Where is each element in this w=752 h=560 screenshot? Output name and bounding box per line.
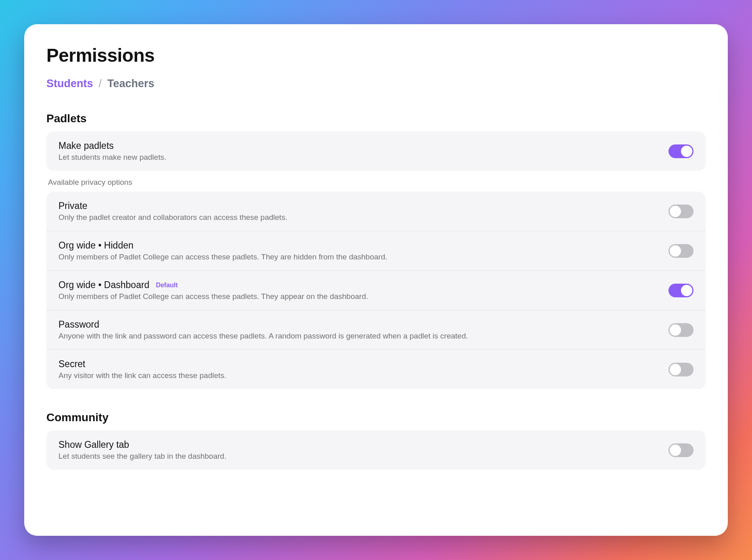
toggle-knob: [681, 146, 692, 157]
toggle-make-padlets[interactable]: [668, 144, 694, 158]
section-heading-community: Community: [46, 411, 706, 424]
privacy-row-org-dashboard: Org wide • Dashboard Default Only member…: [46, 271, 706, 310]
tab-separator: /: [99, 77, 102, 90]
privacy-row-org-hidden: Org wide • Hidden Only members of Padlet…: [46, 231, 706, 271]
option-title: Make padlets: [58, 140, 668, 151]
tabs: Students / Teachers: [46, 77, 706, 90]
toggle-secret[interactable]: [668, 363, 694, 376]
option-title: Private: [58, 201, 668, 211]
toggle-show-gallery[interactable]: [668, 443, 694, 457]
option-desc: Any visitor with the link can access the…: [58, 371, 668, 380]
option-title: Password: [58, 319, 668, 330]
tab-teachers[interactable]: Teachers: [107, 77, 155, 90]
option-desc: Only members of Padlet College can acces…: [58, 253, 668, 261]
settings-card: Permissions Students / Teachers Padlets …: [24, 24, 728, 536]
tab-students[interactable]: Students: [46, 77, 93, 90]
toggle-knob: [670, 364, 681, 375]
option-desc: Only the padlet creator and collaborator…: [58, 213, 668, 222]
privacy-row-password: Password Anyone with the link and passwo…: [46, 310, 706, 350]
toggle-org-hidden[interactable]: [668, 244, 694, 258]
option-desc: Anyone with the link and password can ac…: [58, 332, 668, 341]
privacy-list: Private Only the padlet creator and coll…: [46, 192, 706, 389]
privacy-row-private: Private Only the padlet creator and coll…: [46, 192, 706, 231]
option-title: Org wide • Hidden: [58, 240, 668, 251]
toggle-knob: [681, 285, 692, 296]
option-desc: Let students make new padlets.: [58, 153, 668, 162]
toggle-password[interactable]: [668, 323, 694, 337]
option-title: Show Gallery tab: [58, 439, 668, 450]
toggle-knob: [670, 245, 681, 257]
section-heading-padlets: Padlets: [46, 112, 706, 125]
toggle-private[interactable]: [668, 205, 694, 218]
toggle-knob: [670, 445, 681, 456]
option-desc: Only members of Padlet College can acces…: [58, 292, 668, 301]
toggle-knob: [670, 324, 681, 336]
option-show-gallery: Show Gallery tab Let students see the ga…: [46, 430, 706, 470]
option-make-padlets: Make padlets Let students make new padle…: [46, 132, 706, 171]
default-badge: Default: [156, 282, 178, 289]
option-desc: Let students see the gallery tab in the …: [58, 452, 668, 461]
page-title: Permissions: [46, 44, 706, 66]
privacy-row-secret: Secret Any visitor with the link can acc…: [46, 350, 706, 389]
privacy-subheading: Available privacy options: [46, 178, 706, 187]
option-title: Org wide • Dashboard: [58, 280, 149, 290]
toggle-knob: [670, 206, 681, 217]
option-title: Secret: [58, 359, 668, 370]
toggle-org-dashboard[interactable]: [668, 284, 694, 297]
